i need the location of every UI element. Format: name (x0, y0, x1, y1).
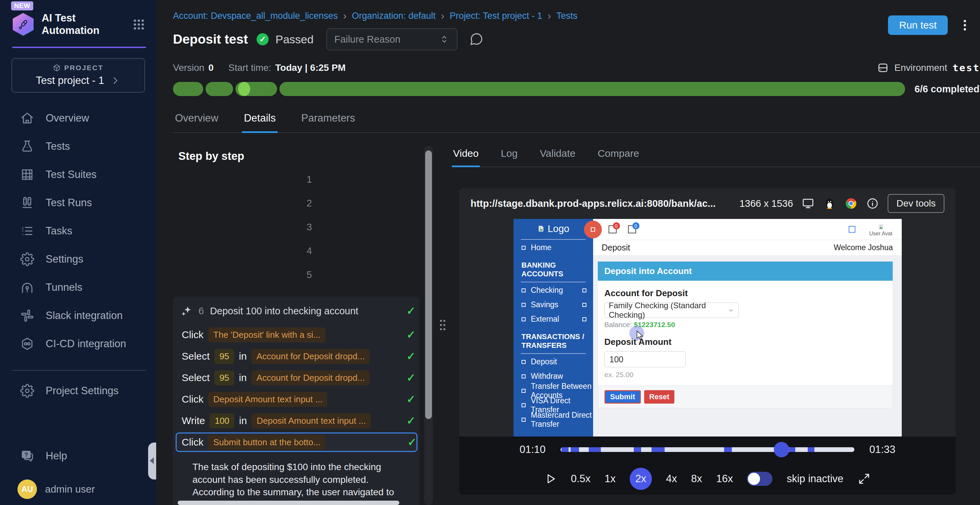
video-frame-area: Logo Home BANKING ACCOUNTS CheckingSavin… (459, 219, 956, 437)
toggle-knob (748, 473, 760, 485)
panel-resize-handle[interactable] (438, 317, 448, 333)
tab-overview[interactable]: Overview (173, 112, 220, 132)
kebab-menu-icon[interactable] (958, 18, 972, 32)
step-target-chip[interactable]: Deposit Amount text input ... (208, 392, 328, 407)
fullscreen-icon[interactable] (858, 472, 871, 486)
speed-8x[interactable]: 8x (691, 473, 702, 485)
bank-nav-label: Checking (531, 286, 563, 295)
sidebar-item-slack-integration[interactable]: Slack integration (0, 302, 156, 330)
timeline-track[interactable] (560, 447, 855, 452)
step-target-chip[interactable]: 95 (214, 370, 234, 386)
sidebar-item-ci-cd-integration[interactable]: CI-CD integration (0, 330, 156, 358)
speed-4x[interactable]: 4x (666, 473, 677, 485)
sidebar-collapse-handle[interactable] (148, 443, 156, 480)
help-button[interactable]: ? Help (0, 442, 156, 470)
sidebar-item-test-suites[interactable]: Test Suites (0, 160, 156, 189)
speed-1x[interactable]: 1x (605, 473, 616, 485)
comment-icon[interactable] (469, 32, 484, 47)
completed-count: 6/6 completed (915, 84, 979, 95)
step-row[interactable]: Select95inAccount for Deposit dropd...✓ (178, 367, 415, 389)
step-row[interactable]: 3Writejsmith@demo.ioinId="username"✓ (178, 222, 420, 245)
app-switcher-icon[interactable] (132, 17, 146, 32)
sidebar-item-label: Tunnels (46, 281, 82, 294)
progress-segment[interactable] (235, 82, 277, 96)
sidebar-item-settings[interactable]: Settings (0, 245, 156, 273)
sidebar-item-project-settings[interactable]: Project Settings (0, 377, 156, 405)
sidebar-nav: OverviewTestsTest SuitesTest RunsTasksSe… (0, 104, 156, 358)
step-row[interactable]: 1Navigate tohttp://stage.dbank.prod-a...… (178, 174, 420, 198)
step-row[interactable]: Write100inDeposit Amount text input ...✓ (178, 410, 415, 432)
sidebar-item-test-runs[interactable]: Test Runs (0, 189, 156, 217)
sidebar-item-tunnels[interactable]: Tunnels (0, 273, 156, 302)
project-selector[interactable]: PROJECT Test project - 1 (11, 58, 145, 93)
project-name: Test project - 1 (36, 75, 104, 87)
breadcrumb-link-project[interactable]: Project: Test project - 1 (450, 11, 542, 21)
step-row[interactable]: ClickThe 'Deposit' link with a si...✓ (178, 324, 415, 346)
cicd-icon (20, 337, 34, 351)
user-menu[interactable]: AU admin user (0, 480, 156, 499)
broken-image-icon (877, 223, 885, 231)
breadcrumb-link-tests[interactable]: Tests (557, 11, 578, 21)
sidebar-item-label: Test Suites (46, 168, 97, 181)
play-icon[interactable] (544, 472, 557, 485)
progress-segment[interactable] (173, 82, 203, 96)
steps-horizontal-scrollbar[interactable] (178, 501, 399, 505)
step-row[interactable]: 2Navigate tohttp://stage.dbank.prod-a...… (178, 198, 420, 222)
step-target-chip[interactable]: 100 (210, 413, 234, 429)
step-row-selected[interactable]: ClickSubmit button at the botto...✓ (176, 432, 417, 452)
failure-reason-select[interactable]: Failure Reason (326, 28, 457, 50)
divider (521, 282, 586, 283)
tab-compare[interactable]: Compare (596, 148, 640, 167)
balance-value: $1223712.50 (634, 321, 675, 329)
tab-validate[interactable]: Validate (538, 148, 577, 167)
speed-2x[interactable]: 2x (630, 468, 652, 490)
step-row[interactable]: 5ClickTag="BUTTON" Sign in✓ (178, 269, 420, 293)
step-number: 6 (199, 306, 204, 317)
speed-16x[interactable]: 16x (716, 473, 733, 485)
environment: Environment test (877, 62, 980, 74)
info-icon[interactable] (866, 197, 879, 210)
linux-icon (823, 197, 836, 210)
step-group-header[interactable]: 6 Deposit 100 into checking account ✓ (178, 298, 415, 324)
bank-nav-mastercard-direct-transfer: Mastercard Direct Transfer (514, 412, 593, 427)
dev-tools-button[interactable]: Dev tools (888, 194, 944, 213)
tab-details[interactable]: Details (242, 112, 278, 132)
version-label: Version (173, 62, 204, 73)
tab-video[interactable]: Video (452, 148, 480, 167)
timeline-playhead[interactable] (774, 442, 789, 457)
skip-inactive-toggle[interactable] (747, 472, 772, 486)
status-badge: Passed (275, 33, 313, 46)
tab-log[interactable]: Log (500, 148, 519, 167)
check-icon: ✓ (406, 350, 415, 363)
current-time: 01:10 (520, 443, 546, 456)
breadcrumb-link-organization[interactable]: Organization: default (352, 11, 436, 21)
step-target-chip[interactable]: 95 (214, 349, 234, 364)
steps-scrollbar-thumb[interactable] (425, 151, 432, 419)
step-target-chip[interactable]: Account for Deposit dropd... (251, 370, 370, 386)
step-target-chip[interactable]: Deposit Amount text input ... (251, 413, 371, 429)
speed-0-5x[interactable]: 0.5x (571, 473, 591, 485)
timeline-segment (571, 447, 579, 452)
step-row[interactable]: Select95inAccount for Deposit dropd...✓ (178, 346, 415, 367)
step-target-chip[interactable]: Submit button at the botto... (208, 435, 325, 450)
timeline-segment (789, 447, 795, 452)
progress-highlight (238, 82, 250, 96)
bank-topbar: 0 0 User Avat (593, 219, 902, 240)
progress-segment[interactable] (205, 82, 233, 96)
step-row[interactable]: 4Write********inId="password"✓ (178, 245, 420, 269)
amount-hint: ex. 25.00 (605, 371, 886, 379)
step-summary: The task of depositing $100 into the che… (192, 461, 404, 505)
step-row[interactable]: ClickDeposit Amount text input ...✓ (178, 389, 415, 410)
breadcrumb-link-account[interactable]: Account: Devspace_all_module_licenses (173, 11, 338, 21)
tab-parameters[interactable]: Parameters (299, 112, 357, 132)
video-frame[interactable]: Logo Home BANKING ACCOUNTS CheckingSavin… (514, 219, 902, 437)
bank-title-row: Deposit Welcome Joshua (593, 240, 902, 255)
step-target-chip[interactable]: Account for Deposit dropd... (251, 349, 370, 364)
step-target-chip[interactable]: The 'Deposit' link with a si... (208, 327, 325, 343)
run-test-button[interactable]: Run test (888, 16, 948, 35)
progress-segment[interactable] (279, 82, 905, 96)
step-progress-bar[interactable] (173, 82, 905, 96)
sidebar-item-tasks[interactable]: Tasks (0, 217, 156, 245)
sidebar-item-tests[interactable]: Tests (0, 132, 156, 160)
sidebar-item-overview[interactable]: Overview (0, 104, 156, 132)
